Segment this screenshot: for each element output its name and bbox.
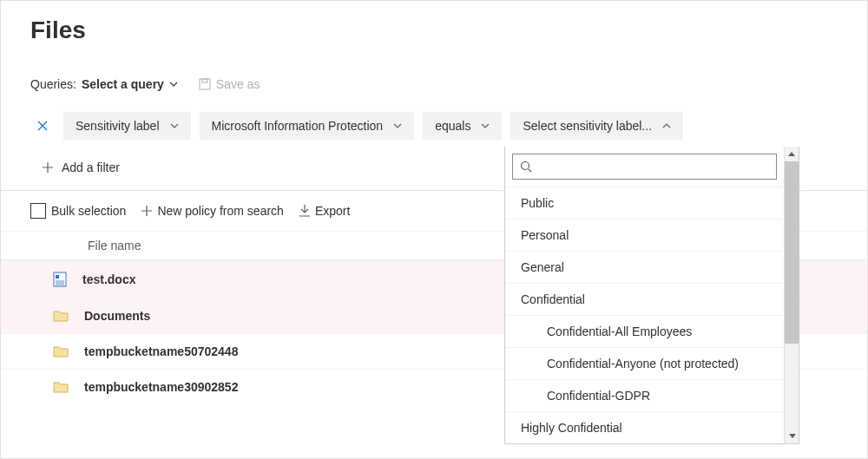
dropdown-item[interactable]: Personal <box>505 219 784 251</box>
svg-rect-1 <box>202 79 207 82</box>
folder-icon <box>53 381 69 393</box>
bulk-selection-button[interactable]: Bulk selection <box>30 203 126 219</box>
chevron-up-icon <box>662 123 671 128</box>
save-icon <box>199 78 211 90</box>
scroll-up-arrow-icon[interactable] <box>785 147 799 161</box>
dropdown-item[interactable]: Confidential-All Employees <box>505 315 784 347</box>
filter-operator-label: equals <box>435 119 470 133</box>
file-name: tempbucketname30902852 <box>84 380 238 394</box>
filter-provider-pill[interactable]: Microsoft Information Protection <box>200 112 415 140</box>
export-label: Export <box>315 204 350 218</box>
file-name: test.docx <box>82 272 135 286</box>
save-as-button: Save as <box>199 77 260 91</box>
filter-field-pill[interactable]: Sensitivity label <box>63 112 191 140</box>
new-policy-button[interactable]: New policy from search <box>141 204 284 218</box>
dropdown-item[interactable]: Highly Confidential <box>505 411 784 443</box>
export-button[interactable]: Export <box>299 204 350 218</box>
filter-field-label: Sensitivity label <box>76 119 160 133</box>
dropdown-item[interactable]: Public <box>505 187 784 219</box>
filter-operator-pill[interactable]: equals <box>423 112 502 140</box>
file-name: tempbucketname50702448 <box>84 344 238 358</box>
save-as-label: Save as <box>216 77 260 91</box>
checkbox-icon <box>30 203 46 219</box>
chevron-down-icon <box>170 123 179 128</box>
dropdown-item[interactable]: Confidential <box>505 283 784 315</box>
scroll-down-arrow-icon[interactable] <box>785 429 799 443</box>
new-policy-label: New policy from search <box>157 204 284 218</box>
svg-point-4 <box>522 162 529 170</box>
dropdown-item[interactable]: Confidential-Anyone (not protected) <box>505 347 784 379</box>
dropdown-item[interactable]: General <box>505 251 784 283</box>
chevron-down-icon <box>481 123 490 128</box>
folder-icon <box>53 345 69 357</box>
scrollbar[interactable] <box>784 147 799 443</box>
dropdown-item[interactable]: Confidential-GDPR <box>505 379 784 411</box>
chevron-down-icon <box>393 123 402 128</box>
document-icon <box>53 272 67 287</box>
sensitivity-label-dropdown: PublicPersonalGeneralConfidentialConfide… <box>504 147 799 444</box>
folder-icon <box>53 310 69 322</box>
scroll-thumb[interactable] <box>785 161 799 344</box>
plus-icon <box>141 206 152 216</box>
select-query-text: Select a query <box>82 77 164 91</box>
remove-filter-button[interactable] <box>30 114 55 138</box>
file-name: Documents <box>84 309 150 323</box>
svg-rect-0 <box>200 79 210 89</box>
filter-provider-label: Microsoft Information Protection <box>212 119 384 133</box>
dropdown-search-box[interactable] <box>512 154 777 180</box>
download-icon <box>299 205 310 217</box>
chevron-down-icon <box>169 82 178 87</box>
select-query-dropdown[interactable]: Select a query <box>82 77 178 91</box>
filter-value-label: Select sensitivity label... <box>523 119 652 133</box>
queries-label: Queries: <box>30 77 76 91</box>
page-title: Files <box>1 1 867 44</box>
search-icon <box>520 161 532 173</box>
svg-rect-3 <box>56 275 59 279</box>
dropdown-search-input[interactable] <box>532 159 769 174</box>
add-filter-label: Add a filter <box>62 161 120 174</box>
filter-value-pill[interactable]: Select sensitivity label... <box>510 112 683 140</box>
close-icon <box>37 121 48 131</box>
bulk-selection-label: Bulk selection <box>51 204 126 218</box>
plus-icon <box>43 162 53 173</box>
